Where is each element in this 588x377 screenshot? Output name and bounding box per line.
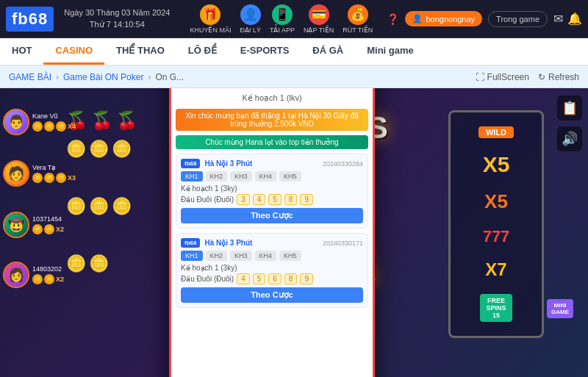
player-4-info: 14803202 🪙🪙 X2 (32, 265, 64, 284)
pred2-tab-kh2[interactable]: KH2 (206, 251, 228, 261)
app-icon[interactable]: 📱 TẢI APP (270, 4, 295, 34)
pred2-tab-kh5[interactable]: KH5 (279, 251, 301, 261)
user-avatar-icon: 👤 (412, 14, 423, 24)
nav-casino[interactable]: CASINO (43, 38, 104, 65)
pred1-tab-kh3[interactable]: KH3 (230, 171, 252, 182)
player-3-name: 10371454 (32, 215, 64, 223)
pred1-tab-kh4[interactable]: KH4 (255, 171, 277, 182)
player-3-info: 10371454 🪙🪙 X2 (32, 215, 64, 234)
free-spins-badge: FREESPINS15 (480, 294, 512, 322)
player-3-avatar: 🤠 (3, 212, 29, 238)
question-icon: ❓ (387, 13, 399, 25)
pred1-num-3: 3 (237, 194, 250, 205)
pred2-num-8: 8 (284, 273, 298, 284)
player-2-multiplier: X3 (68, 174, 76, 182)
pred2-num-6: 6 (268, 273, 282, 284)
prediction-card-1: fb68 Hà Nội 3 Phút 20240330284 KH1 KH2 K… (176, 154, 368, 229)
breadcrumb-gamebai[interactable]: GAME BÀI (9, 72, 51, 82)
pred1-brand: fb68 Hà Nội 3 Phút 20240330284 (181, 159, 363, 168)
player-3-coins: 🪙🪙 X2 (32, 224, 64, 234)
pred1-tab-kh1[interactable]: KH1 (181, 171, 203, 182)
header-datetime: Ngày 30 Tháng 03 Năm 2024 Thứ 7 14:10:54 (64, 7, 170, 30)
congrat-banner-1: Xin chúc mừng bạn đã thắng 1 tại Hà Nội … (176, 109, 368, 131)
speaker-icon[interactable]: 🔊 (557, 126, 582, 151)
nav-hot[interactable]: HOT (0, 38, 43, 65)
pred1-bet-button[interactable]: Theo Cược (181, 208, 363, 223)
bell-icon[interactable]: 🔔 (567, 12, 582, 26)
date-line2: Thứ 7 14:10:54 (64, 19, 170, 30)
logo[interactable]: fb68 (6, 7, 54, 32)
pred1-num-5: 5 (268, 194, 282, 205)
player-4-avatar: 👩 (3, 262, 29, 288)
player-1-avatar: 👨 (3, 109, 29, 135)
players-sidebar: 👨 Kane Vũ 🪙🪙🪙 X4 🧑 Vera Tạ 🪙🪙🪙 X3 (0, 88, 62, 377)
pred2-plan-label: Kế hoạch 1 (3ky) (181, 264, 363, 272)
withdraw-icon[interactable]: 💰 RÚT TIỀN (343, 4, 373, 34)
user-button[interactable]: 👤 bongnongnay (405, 11, 482, 26)
msg-icons: ✉ 🔔 (553, 12, 582, 26)
nav-esports[interactable]: E-SPORTS (229, 38, 301, 65)
player-1-name: Kane Vũ (32, 112, 76, 120)
breadcrumb-sep2: › (148, 72, 151, 82)
breadcrumb-right: ⛶ FullScreen ↻ Refresh (476, 72, 579, 82)
nav-cockfight[interactable]: ĐÁ GÀ (301, 38, 355, 65)
slot-reel-area: WILD X5 X5 777 X7 FREESPINS15 (448, 110, 544, 338)
breadcrumb-onpoker[interactable]: Game Bài ON Poker (63, 72, 143, 82)
pred1-num-9: 9 (300, 194, 313, 205)
pred2-pair-label: Đầu Đuôi (Đuôi) (181, 275, 234, 283)
chat-popup: Phòng Trò Chuyện 🟢 40631 Trực tuyến ✕ Kế… (169, 88, 375, 377)
player-2-info: Vera Tạ 🪙🪙🪙 X3 (32, 164, 76, 183)
ingame-button[interactable]: Trong game (488, 11, 548, 27)
pred2-bet-button[interactable]: Theo Cược (181, 287, 363, 303)
agent-icon[interactable]: 👤 ĐẠI LÝ (240, 4, 261, 34)
pred2-num-4: 4 (237, 273, 250, 284)
nav-minigame[interactable]: Mini game (355, 38, 426, 65)
nav-lottery[interactable]: LÔ ĐỀ (176, 38, 229, 65)
reel-symbol-1: X5 (483, 152, 510, 177)
pred2-tab-kh1[interactable]: KH1 (181, 251, 203, 261)
pred1-tab-kh2[interactable]: KH2 (206, 171, 228, 182)
player-1-multiplier: X4 (68, 123, 76, 130)
pred2-numbers: Đầu Đuôi (Đuôi) 4 5 6 8 9 (181, 273, 363, 284)
player-4-name: 14803202 (32, 265, 64, 273)
refresh-button[interactable]: ↻ Refresh (538, 72, 579, 82)
deposit-icon[interactable]: 💳 NẠP TIỀN (304, 4, 334, 34)
pred2-num-9: 9 (300, 273, 313, 284)
pred1-numbers: Đầu Đuôi (Đuôi) 3 4 5 8 9 (181, 194, 363, 205)
username: bongnongnay (426, 15, 475, 24)
promo-icon[interactable]: 🎁 KHUYẾN MÃI (190, 4, 231, 34)
breadcrumb: GAME BÀI › Game Bài ON Poker › On G... ⛶… (0, 66, 588, 88)
pred1-logo: fb68 (181, 159, 200, 168)
fullscreen-button[interactable]: ⛶ FullScreen (476, 72, 529, 82)
pred1-tab-kh5[interactable]: KH5 (279, 171, 301, 182)
header-icons: 🎁 KHUYẾN MÃI 👤 ĐẠI LÝ 📱 TẢI APP 💳 NẠP TI… (180, 4, 382, 34)
player-1-info: Kane Vũ 🪙🪙🪙 X4 (32, 112, 76, 132)
pred2-tabs: KH1 KH2 KH3 KH4 KH5 (181, 251, 363, 261)
player-3-multiplier: X2 (56, 226, 64, 233)
pred1-num-4: 4 (253, 194, 266, 205)
nav-sports[interactable]: THỂ THAO (104, 38, 176, 65)
congrat-banner-2: Chúc mừng Hana lọt vào top tiền thưởng (176, 135, 368, 149)
reel-symbol-3: X7 (485, 259, 506, 280)
player-2-name: Vera Tạ (32, 164, 76, 171)
pred1-id: 20240330284 (323, 160, 363, 168)
player-3: 🤠 10371454 🪙🪙 X2 (3, 212, 60, 238)
player-4-coins: 🪙🪙 X2 (32, 274, 64, 284)
pred2-brand: fb68 Hà Nội 3 Phút 20240330171 (181, 238, 363, 248)
player-1-coins: 🪙🪙🪙 X4 (32, 121, 76, 132)
mail-icon[interactable]: ✉ (553, 12, 563, 26)
wild-badge: WILD (478, 126, 514, 138)
pred2-tab-kh3[interactable]: KH3 (230, 251, 252, 261)
plan-header: Kế hoạch 1 (lkv) (176, 92, 368, 104)
pred2-num-5: 5 (253, 273, 266, 284)
list-icon[interactable]: 📋 (557, 96, 582, 121)
mini-game-badge: MINIGAME (547, 299, 573, 318)
reel-symbol-777: 777 (483, 227, 510, 246)
pred2-logo: fb68 (181, 238, 200, 248)
fullscreen-icon: ⛶ (476, 72, 484, 82)
pred2-game: Hà Nội 3 Phút (204, 239, 252, 247)
nav-bar: HOT CASINO THỂ THAO LÔ ĐỀ E-SPORTS ĐÁ GÀ… (0, 38, 588, 66)
pred2-tab-kh4[interactable]: KH4 (255, 251, 277, 261)
breadcrumb-sep1: › (56, 72, 59, 82)
right-icons: 📋 🔊 (557, 96, 582, 151)
